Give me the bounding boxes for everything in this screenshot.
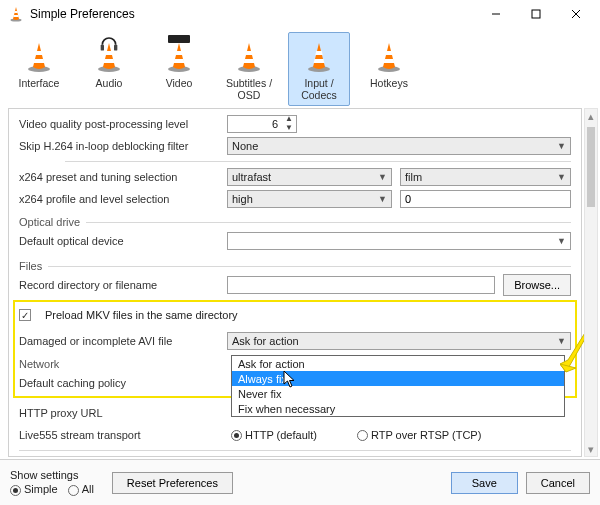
- record-dir-input[interactable]: [227, 276, 495, 294]
- show-simple-radio[interactable]: Simple: [10, 483, 58, 496]
- x264-level-input[interactable]: [400, 190, 571, 208]
- toolbar-input-codecs[interactable]: Input / Codecs: [288, 32, 350, 106]
- minimize-button[interactable]: [476, 1, 516, 27]
- avi-label: Damaged or incomplete AVI file: [19, 335, 219, 347]
- live555-label: Live555 stream transport: [19, 429, 219, 441]
- window-title: Simple Preferences: [30, 7, 476, 21]
- optical-section-label: Optical drive: [19, 216, 80, 228]
- save-button[interactable]: Save: [451, 472, 518, 494]
- app-icon: [8, 6, 24, 22]
- svg-rect-4: [532, 10, 540, 18]
- scroll-up-arrow[interactable]: ▴: [585, 109, 597, 123]
- close-button[interactable]: [556, 1, 596, 27]
- live555-rtp-radio[interactable]: RTP over RTSP (TCP): [357, 429, 481, 442]
- toolbar-label: Hotkeys: [370, 77, 408, 89]
- avi-combo[interactable]: Ask for action▼: [227, 332, 571, 350]
- preload-mkv-checkbox[interactable]: [19, 309, 31, 321]
- deblocking-combo[interactable]: None▼: [227, 137, 571, 155]
- x264-preset-label: x264 preset and tuning selection: [19, 171, 219, 183]
- category-toolbar: Interface Audio Video Subtitles / OSD In…: [0, 28, 600, 108]
- proxy-label: HTTP proxy URL: [19, 407, 219, 419]
- show-all-radio[interactable]: All: [68, 483, 94, 496]
- toolbar-audio[interactable]: Audio: [78, 32, 140, 94]
- live555-http-radio[interactable]: HTTP (default): [231, 429, 317, 442]
- avi-option[interactable]: Fix when necessary: [232, 401, 564, 416]
- optical-device-combo[interactable]: ▼: [227, 232, 571, 250]
- reset-prefs-button[interactable]: Reset Preferences: [112, 472, 233, 494]
- files-section-label: Files: [19, 260, 42, 272]
- titlebar: Simple Preferences: [0, 0, 600, 28]
- browse-button[interactable]: Browse...: [503, 274, 571, 296]
- x264-preset-combo[interactable]: ultrafast▼: [227, 168, 392, 186]
- maximize-button[interactable]: [516, 1, 556, 27]
- avi-option[interactable]: Never fix: [232, 386, 564, 401]
- network-section-label: Network: [19, 358, 59, 370]
- toolbar-label: Video: [166, 77, 193, 89]
- cancel-button[interactable]: Cancel: [526, 472, 590, 494]
- vertical-scrollbar[interactable]: ▴ ▾: [584, 108, 598, 457]
- toolbar-hotkeys[interactable]: Hotkeys: [358, 32, 420, 94]
- preload-mkv-label: Preload MKV files in the same directory: [45, 309, 238, 321]
- avi-option[interactable]: Ask for action: [232, 356, 564, 371]
- avi-dropdown-list[interactable]: Ask for action Always fix Never fix Fix …: [231, 355, 565, 417]
- record-dir-label: Record directory or filename: [19, 279, 219, 291]
- toolbar-subtitles[interactable]: Subtitles / OSD: [218, 32, 280, 106]
- toolbar-interface[interactable]: Interface: [8, 32, 70, 94]
- toolbar-label: Interface: [19, 77, 60, 89]
- avi-option[interactable]: Always fix: [232, 371, 564, 386]
- video-quality-stepper[interactable]: 6 ▲▼: [227, 115, 297, 133]
- caching-label: Default caching policy: [19, 377, 219, 389]
- show-settings-label: Show settings: [10, 469, 94, 481]
- toolbar-label: Audio: [96, 77, 123, 89]
- footer: Show settings Simple All Reset Preferenc…: [0, 459, 600, 505]
- optical-device-label: Default optical device: [19, 235, 219, 247]
- deblocking-label: Skip H.264 in-loop deblocking filter: [19, 140, 219, 152]
- scroll-down-arrow[interactable]: ▾: [585, 442, 597, 456]
- x264-tune-combo[interactable]: film▼: [400, 168, 571, 186]
- toolbar-label: Subtitles / OSD: [219, 77, 279, 101]
- x264-profile-combo[interactable]: high▼: [227, 190, 392, 208]
- toolbar-video[interactable]: Video: [148, 32, 210, 94]
- mouse-cursor-icon: [283, 370, 297, 388]
- video-quality-label: Video quality post-processing level: [19, 118, 219, 130]
- x264-profile-label: x264 profile and level selection: [19, 193, 219, 205]
- toolbar-label: Input / Codecs: [289, 77, 349, 101]
- scroll-thumb[interactable]: [587, 127, 595, 207]
